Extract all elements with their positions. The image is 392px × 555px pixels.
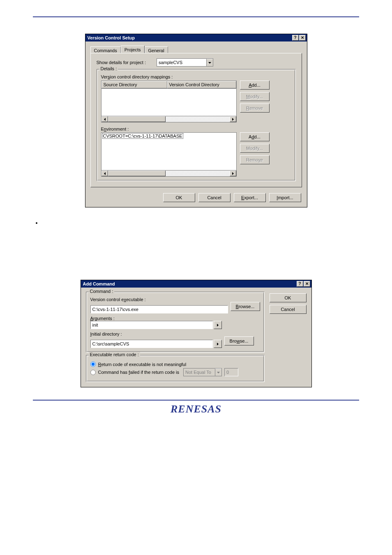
command-legend: Command : — [89, 289, 115, 294]
col-source-directory[interactable]: Source Directory — [101, 81, 167, 88]
environment-label: Environment : — [101, 127, 291, 131]
details-legend: Details : — [99, 66, 118, 71]
radio-not-meaningful[interactable]: Return code of executable is not meaning… — [90, 362, 260, 367]
compare-combobox[interactable] — [183, 368, 222, 376]
env-remove-button[interactable]: Remove — [240, 155, 270, 164]
initdir-browse-button[interactable]: Browse... — [224, 336, 254, 345]
mappings-add-button[interactable]: Add... — [240, 81, 270, 90]
svg-marker-3 — [104, 172, 106, 175]
return-code-group: Executable return code : Return code of … — [86, 355, 265, 382]
vce-browse-button[interactable]: Browse... — [231, 302, 260, 311]
svg-marker-5 — [217, 324, 219, 327]
add-command-dialog: Add Command ? ✕ Command : Version contro… — [81, 280, 312, 387]
renesas-logo: RENESAS — [171, 403, 221, 415]
return-code-input — [224, 368, 238, 376]
initdir-menu-icon[interactable] — [214, 340, 222, 348]
initdir-label: Initial directory : — [90, 332, 260, 336]
scroll-thumb[interactable] — [108, 170, 166, 176]
vce-label: Version control executable : — [90, 297, 260, 302]
scroll-left-icon[interactable] — [101, 170, 108, 176]
dialog-titlebar: Version Control Setup ? ✕ — [85, 34, 307, 41]
mappings-list[interactable] — [101, 89, 237, 116]
radio-failed[interactable]: Command has failed if the return code is — [90, 368, 260, 376]
export-button[interactable]: Export... — [234, 193, 266, 202]
scroll-thumb[interactable] — [108, 116, 166, 122]
cancel-button[interactable]: Cancel — [270, 305, 307, 314]
close-button[interactable]: ✕ — [304, 281, 310, 287]
close-button[interactable]: ✕ — [299, 35, 306, 41]
details-group: Details : Version control directory mapp… — [97, 69, 296, 181]
ok-button[interactable]: OK — [163, 193, 195, 202]
scroll-right-icon[interactable] — [230, 170, 236, 176]
environment-item[interactable]: CVSROOT=C:\cvs-1-11-17\DATABASE — [102, 133, 183, 139]
project-combobox-input[interactable] — [157, 59, 206, 66]
chevron-down-icon[interactable] — [206, 59, 213, 66]
mappings-remove-button[interactable]: Remove — [240, 104, 270, 113]
command-group: Command : Version control executable : B… — [86, 292, 265, 352]
dialog-title: Add Command — [83, 281, 115, 286]
initdir-input[interactable] — [90, 340, 213, 348]
svg-marker-6 — [217, 343, 219, 345]
radio-failed-input[interactable] — [90, 370, 96, 375]
import-button[interactable]: Import... — [269, 193, 301, 202]
svg-marker-1 — [104, 118, 106, 121]
svg-marker-2 — [232, 118, 234, 121]
svg-marker-4 — [232, 172, 234, 175]
scroll-right-icon[interactable] — [230, 116, 236, 122]
return-code-legend: Executable return code : — [89, 352, 140, 357]
col-vc-directory[interactable]: Version Control Directory — [167, 81, 236, 88]
svg-marker-0 — [208, 62, 211, 64]
radio-not-meaningful-input[interactable] — [90, 362, 96, 367]
dialog-title: Version Control Setup — [88, 35, 135, 40]
bullet-item — [42, 220, 359, 226]
mappings-label: Version control directory mappings : — [101, 74, 291, 79]
cancel-button[interactable]: Cancel — [198, 193, 231, 202]
show-details-label: Show details for project : — [97, 60, 146, 65]
compare-combobox-input — [184, 368, 215, 376]
mappings-modify-button[interactable]: Modify... — [240, 92, 270, 101]
svg-marker-7 — [217, 372, 220, 373]
scroll-left-icon[interactable] — [101, 116, 108, 122]
environment-list[interactable]: CVSROOT=C:\cvs-1-11-17\DATABASE — [101, 132, 237, 170]
help-button[interactable]: ? — [292, 35, 299, 41]
version-control-setup-dialog: Version Control Setup ? ✕ Commands Proje… — [85, 34, 307, 207]
tab-projects[interactable]: Projects — [121, 46, 145, 53]
chevron-down-icon[interactable] — [215, 368, 221, 376]
dialog-titlebar: Add Command ? ✕ — [81, 280, 311, 288]
vce-input[interactable] — [90, 305, 228, 313]
arguments-menu-icon[interactable] — [214, 321, 222, 329]
h-scrollbar-2[interactable] — [101, 170, 237, 177]
arguments-label: Arguments : — [90, 316, 260, 321]
h-scrollbar[interactable] — [101, 116, 237, 122]
arguments-input[interactable] — [90, 321, 213, 329]
ok-button[interactable]: OK — [270, 293, 307, 302]
help-button[interactable]: ? — [297, 281, 303, 287]
project-combobox[interactable] — [157, 58, 213, 67]
env-modify-button[interactable]: Modify... — [240, 144, 270, 153]
env-add-button[interactable]: Add... — [240, 132, 270, 141]
tabs: Commands Projects General — [90, 46, 302, 53]
mappings-list-header: Source Directory Version Control Directo… — [101, 81, 237, 89]
